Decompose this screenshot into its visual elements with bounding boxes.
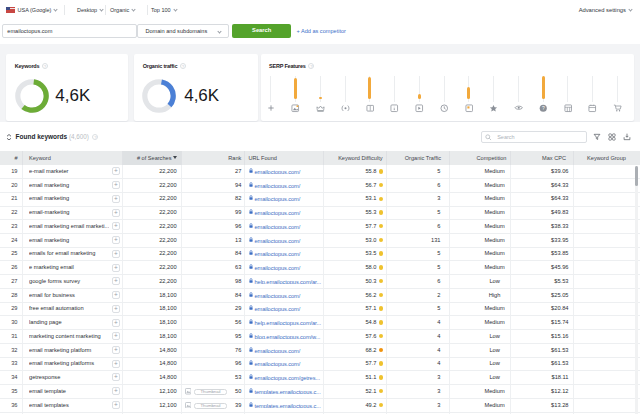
svg-text:?: ? xyxy=(542,106,545,111)
